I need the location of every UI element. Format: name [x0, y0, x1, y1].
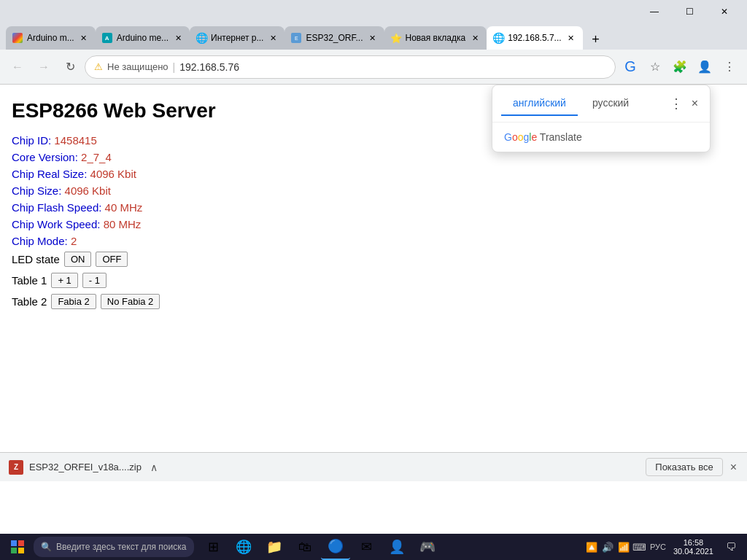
- tab-gmail-close-icon[interactable]: ✕: [78, 32, 90, 44]
- menu-button[interactable]: ⋮: [718, 55, 741, 79]
- earth-favicon-icon: 🌐: [196, 32, 207, 44]
- steam-icon: 🎮: [419, 539, 436, 555]
- led-off-button[interactable]: OFF: [96, 252, 128, 267]
- chip-real-size-line: Chip Real Size: 4096 Kbit: [12, 168, 735, 180]
- download-file-name: ESP32_ORFEI_v18a....zip: [29, 462, 142, 472]
- tab-newtab-close-icon[interactable]: ✕: [469, 32, 481, 44]
- clock-date: 30.04.2021: [673, 547, 713, 556]
- system-tray: 🔼 🔊 📶 ⌨: [584, 534, 647, 560]
- tab-arduino1[interactable]: A Arduino me... ✕: [96, 26, 190, 50]
- taskbar-mail[interactable]: ✉: [352, 534, 381, 560]
- core-version-label: Core Version:: [12, 151, 78, 163]
- close-button[interactable]: ✕: [708, 0, 741, 23]
- work-speed-value: 80 MHz: [104, 218, 142, 230]
- taskbar-search-bar[interactable]: 🔍 Введите здесь текст для поиска: [34, 537, 194, 557]
- taskbar-task-view[interactable]: ⊞: [198, 534, 228, 560]
- back-button[interactable]: ←: [6, 55, 29, 79]
- table1-plus-button[interactable]: + 1: [51, 273, 77, 288]
- translate-close-button[interactable]: ×: [689, 94, 701, 113]
- translate-tab-english[interactable]: английский: [501, 91, 578, 116]
- mail-icon: ✉: [361, 539, 372, 555]
- download-file-icon: Z: [9, 460, 23, 475]
- led-state-label: LED state: [12, 253, 60, 265]
- minimize-button[interactable]: —: [638, 0, 671, 23]
- browser-chrome: — ☐ ✕ Arduino m... ✕ A Arduino me... ✕ 🌐: [0, 0, 747, 85]
- content-area-inner: ESP8266 Web Server Chip ID: 1458415 Core…: [0, 85, 747, 508]
- esp-favicon-icon: E: [290, 32, 302, 44]
- taskbar-explorer[interactable]: 📁: [260, 534, 289, 560]
- window-controls: — ☐ ✕: [638, 0, 741, 23]
- network-icon[interactable]: 📶: [616, 534, 631, 560]
- address-separator: |: [173, 61, 176, 73]
- table1-minus-button[interactable]: - 1: [82, 273, 107, 288]
- table2-label: Table 2: [12, 295, 47, 308]
- address-bar[interactable]: ⚠ Не защищено | 192.168.5.76: [85, 55, 616, 79]
- taskbar-clock[interactable]: 16:58 30.04.2021: [669, 538, 718, 556]
- tab-active[interactable]: 🌐 192.168.5.7... ✕: [487, 26, 582, 50]
- taskbar-store[interactable]: 🛍: [290, 534, 320, 560]
- store-icon: 🛍: [298, 540, 311, 555]
- led-on-button[interactable]: ON: [64, 252, 92, 267]
- language-indicator[interactable]: РУС: [650, 542, 666, 551]
- content-area: ESP8266 Web Server Chip ID: 1458415 Core…: [0, 85, 747, 508]
- tab-newtab-title: Новая вкладка: [406, 33, 466, 43]
- tab-gmail[interactable]: Arduino m... ✕: [6, 26, 96, 50]
- keyboard-icon[interactable]: ⌨: [632, 534, 647, 560]
- led-state-row: LED state ON OFF: [12, 252, 735, 267]
- tray-expand-icon[interactable]: 🔼: [584, 534, 599, 560]
- translate-tab-russian[interactable]: русский: [581, 91, 640, 116]
- bookmark-button[interactable]: ☆: [643, 55, 667, 79]
- taskbar-people[interactable]: 👤: [382, 534, 411, 560]
- google-translate-text: Google Translate: [504, 131, 582, 143]
- tab-internet[interactable]: 🌐 Интернет р... ✕: [190, 26, 285, 50]
- download-actions: Показать все ×: [646, 458, 738, 476]
- tab-active-close-icon[interactable]: ✕: [565, 32, 577, 44]
- table2-row: Table 2 Fabia 2 No Fabia 2: [12, 294, 735, 309]
- work-speed-line: Chip Work Speed: 80 MHz: [12, 218, 735, 230]
- url-text: 192.168.5.76: [179, 61, 239, 73]
- taskbar-steam[interactable]: 🎮: [413, 534, 442, 560]
- translate-button[interactable]: G: [619, 55, 642, 79]
- taskbar-right: 🔼 🔊 📶 ⌨ РУС 16:58 30.04.2021 🗨: [584, 534, 744, 560]
- download-chevron-icon[interactable]: ∧: [147, 460, 160, 475]
- work-speed-label: Chip Work Speed:: [12, 218, 100, 230]
- chip-size-line: Chip Size: 4096 Kbit: [12, 184, 735, 197]
- taskbar-chrome[interactable]: 🔵: [321, 534, 350, 560]
- maximize-button[interactable]: ☐: [673, 0, 706, 23]
- tab-internet-close-icon[interactable]: ✕: [267, 32, 279, 44]
- table2-yes-button[interactable]: Fabia 2: [51, 294, 96, 309]
- download-item: Z ESP32_ORFEI_v18a....zip ∧: [9, 460, 160, 475]
- profile-button[interactable]: 👤: [693, 55, 716, 79]
- clock-time: 16:58: [684, 538, 704, 547]
- refresh-button[interactable]: ↻: [58, 55, 82, 79]
- windows-logo-icon: [11, 540, 24, 553]
- flash-speed-line: Chip Flash Speed: 40 MHz: [12, 201, 735, 214]
- tab-arduino1-close-icon[interactable]: ✕: [172, 32, 184, 44]
- taskbar-edge[interactable]: 🌐: [229, 534, 258, 560]
- tab-esp32[interactable]: E ESP32_ORF... ✕: [285, 26, 384, 50]
- show-all-button[interactable]: Показать все: [646, 458, 722, 476]
- new-tab-button[interactable]: +: [586, 29, 606, 50]
- start-button[interactable]: [3, 534, 32, 560]
- chip-id-value: 1458415: [54, 134, 96, 147]
- tab-newtab[interactable]: ⭐ Новая вкладка ✕: [384, 26, 487, 50]
- google-e-letter: e: [531, 131, 537, 143]
- extensions-button[interactable]: 🧩: [668, 55, 692, 79]
- arduino-favicon-icon: A: [101, 32, 113, 44]
- newtab-favicon-icon: ⭐: [390, 32, 402, 44]
- title-bar: — ☐ ✕: [0, 0, 747, 23]
- notification-button[interactable]: 🗨: [721, 534, 741, 560]
- forward-button[interactable]: →: [32, 55, 55, 79]
- file-explorer-icon: 📁: [266, 539, 282, 555]
- volume-icon[interactable]: 🔊: [600, 534, 615, 560]
- chip-mode-value: 2: [71, 235, 77, 247]
- table2-no-button[interactable]: No Fabia 2: [101, 294, 160, 309]
- gmail-favicon-icon: [12, 32, 23, 44]
- translate-more-button[interactable]: ⋮: [667, 93, 686, 114]
- flash-speed-label: Chip Flash Speed:: [12, 201, 101, 214]
- download-close-button[interactable]: ×: [729, 459, 738, 475]
- tab-esp32-close-icon[interactable]: ✕: [367, 32, 379, 44]
- chip-size-label: Chip Size:: [12, 184, 61, 197]
- tab-arduino1-title: Arduino me...: [117, 33, 169, 43]
- download-bar: Z ESP32_ORFEI_v18a....zip ∧ Показать все…: [0, 452, 747, 481]
